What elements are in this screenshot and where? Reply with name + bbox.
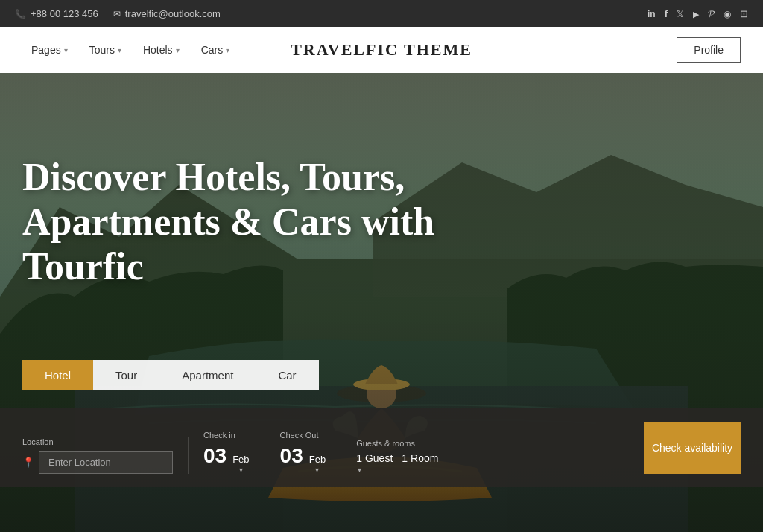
location-input[interactable] — [39, 451, 173, 474]
checkout-label: Check Out — [280, 431, 326, 440]
nav-pages[interactable]: Pages ▾ — [22, 38, 77, 62]
checkin-date: 03 Feb ▾ — [203, 444, 250, 474]
guest-word: Guest — [365, 452, 393, 464]
chevron-down-icon: ▾ — [239, 466, 243, 474]
guests-field[interactable]: Guests & rooms 1 Guest 1 Room ▾ — [356, 439, 453, 474]
hero-section: Discover Hotels, Tours, Apartments & Car… — [0, 73, 763, 532]
chevron-down-icon: ▾ — [176, 46, 180, 54]
nav-pages-label: Pages — [31, 44, 61, 56]
checkin-month-wrap: Feb ▾ — [232, 454, 249, 474]
checkout-field[interactable]: Check Out 03 Feb ▾ — [280, 431, 342, 474]
room-word: Room — [411, 452, 438, 464]
instagram-icon[interactable] — [740, 7, 748, 19]
search-bar: Location 📍 Check in 03 Feb ▾ Check Out 0… — [0, 408, 763, 487]
checkin-label: Check in — [203, 431, 250, 440]
pinterest-icon[interactable] — [708, 7, 715, 20]
linkedin-icon[interactable] — [648, 7, 656, 19]
chevron-down-icon: ▾ — [315, 466, 319, 474]
chevron-down-icon: ▾ — [118, 46, 121, 54]
reddit-icon[interactable] — [724, 7, 731, 19]
location-input-wrap: 📍 — [22, 451, 173, 474]
location-field: Location 📍 — [22, 437, 189, 474]
nav-cars-label: Cars — [201, 44, 224, 56]
nav-hotels-label: Hotels — [143, 44, 173, 56]
guests-label: Guests & rooms — [356, 439, 438, 448]
tab-hotel[interactable]: Hotel — [22, 360, 93, 390]
social-links — [648, 7, 748, 20]
tab-car[interactable]: Car — [256, 360, 318, 390]
checkout-day: 03 — [280, 444, 303, 468]
room-count: 1 — [402, 452, 408, 464]
nav-tours[interactable]: Tours ▾ — [80, 38, 130, 62]
booking-tabs: Hotel Tour Apartment Car — [22, 360, 319, 390]
check-availability-button[interactable]: Check availability — [644, 422, 741, 474]
guests-display: 1 Guest 1 Room — [356, 452, 438, 464]
facebook-icon[interactable] — [665, 7, 668, 19]
tab-apartment[interactable]: Apartment — [159, 360, 256, 390]
phone-icon — [15, 8, 26, 19]
nav-menu: Pages ▾ Tours ▾ Hotels ▾ Cars ▾ — [22, 38, 238, 62]
checkout-month: Feb — [309, 454, 326, 465]
checkout-month-wrap: Feb ▾ — [309, 454, 326, 474]
email-contact[interactable]: travelfic@outlook.com — [113, 8, 221, 19]
twitter-icon[interactable] — [677, 7, 684, 19]
checkin-day: 03 — [203, 444, 227, 468]
checkin-month: Feb — [232, 454, 249, 465]
guest-count: 1 — [356, 452, 362, 464]
tab-tour[interactable]: Tour — [93, 360, 159, 390]
top-bar: +88 00 123 456 travelfic@outlook.com — [0, 0, 763, 27]
hero-title: Discover Hotels, Tours, Apartments & Car… — [22, 155, 529, 288]
navbar: Pages ▾ Tours ▾ Hotels ▾ Cars ▾ TRAVELFI… — [0, 27, 763, 73]
mail-icon — [113, 8, 121, 19]
location-pin-icon: 📍 — [22, 457, 34, 469]
brand-title: TRAVELFIC THEME — [291, 40, 472, 60]
top-bar-contacts: +88 00 123 456 travelfic@outlook.com — [15, 8, 221, 19]
profile-button[interactable]: Profile — [677, 37, 741, 63]
email-address: travelfic@outlook.com — [125, 8, 221, 19]
chevron-down-icon: ▾ — [358, 466, 438, 474]
phone-number: +88 00 123 456 — [31, 8, 98, 19]
youtube-icon[interactable] — [693, 7, 699, 19]
nav-hotels[interactable]: Hotels ▾ — [134, 38, 189, 62]
nav-cars[interactable]: Cars ▾ — [192, 38, 239, 62]
nav-tours-label: Tours — [89, 44, 115, 56]
location-label: Location — [22, 437, 173, 446]
chevron-down-icon: ▾ — [64, 46, 68, 54]
checkin-field[interactable]: Check in 03 Feb ▾ — [203, 431, 265, 474]
phone-contact[interactable]: +88 00 123 456 — [15, 8, 98, 19]
chevron-down-icon: ▾ — [226, 46, 229, 54]
checkout-date: 03 Feb ▾ — [280, 444, 326, 474]
